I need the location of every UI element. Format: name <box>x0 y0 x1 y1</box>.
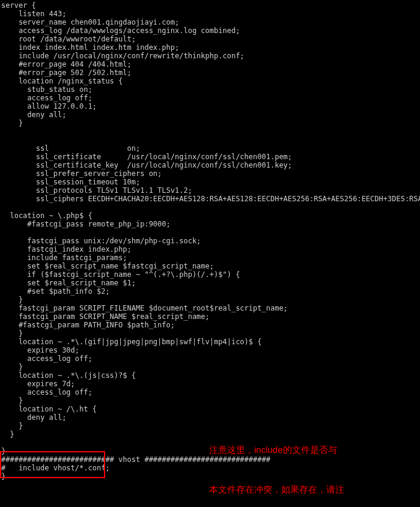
annotation-line-1: 注意这里，include的文件是否与 <box>209 443 344 457</box>
annotation-line-2: 本文件存在冲突，如果存在，请注 <box>209 483 344 496</box>
nginx-config-code: server { listen 443; server_name chen001… <box>0 0 420 481</box>
annotation-text: 注意这里，include的文件是否与 本文件存在冲突，如果存在，请注 释该inc… <box>209 417 344 507</box>
